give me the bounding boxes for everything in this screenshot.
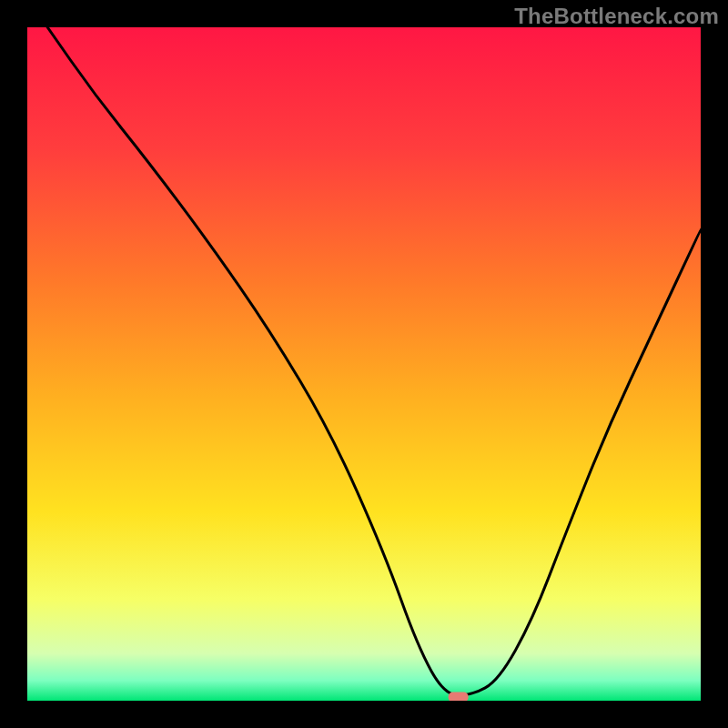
optimal-marker xyxy=(449,693,469,701)
watermark: TheBottleneck.com xyxy=(514,4,719,29)
plot-area xyxy=(27,27,701,701)
gradient-background xyxy=(27,27,701,701)
chart-svg xyxy=(27,27,701,701)
chart-frame: TheBottleneck.com xyxy=(0,0,728,728)
